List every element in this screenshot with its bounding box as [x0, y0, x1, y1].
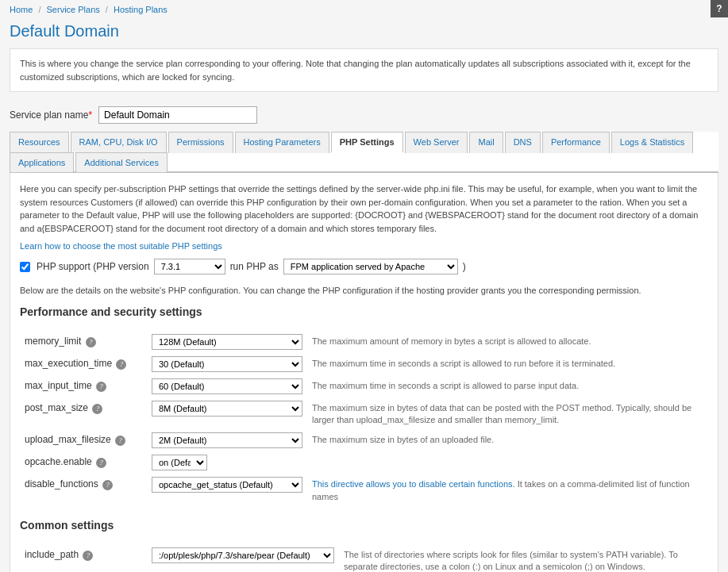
run-php-as-label: run PHP as: [230, 261, 279, 272]
table-row: disable_functions ? opcache_get_status (…: [20, 474, 708, 506]
memory-limit-select[interactable]: 128M (Default): [152, 334, 302, 350]
common-section: Common settings include_path ? :/opt/ple…: [20, 519, 708, 572]
post-max-desc: The maximum size in bytes of data that c…: [312, 403, 691, 424]
post-max-select[interactable]: 8M (Default): [152, 401, 302, 417]
content-area: Here you can specify per-subscription PH…: [10, 173, 718, 572]
table-row: memory_limit ? 128M (Default) The maximu…: [20, 331, 708, 353]
run-php-as-select[interactable]: FPM application served by Apache: [283, 259, 458, 274]
opcache-enable-select[interactable]: on (Default): [152, 455, 207, 470]
breadcrumb: Home / Service Plans / Hosting Plans: [0, 0, 728, 19]
disable-functions-select[interactable]: opcache_get_status (Default): [152, 477, 302, 493]
include-path-select[interactable]: :/opt/plesk/php/7.3/share/pear (Default): [152, 547, 334, 563]
breadcrumb-home[interactable]: Home: [10, 5, 33, 14]
service-plan-input[interactable]: [98, 106, 257, 124]
memory-limit-label: memory_limit: [25, 336, 81, 347]
php-support-checkbox[interactable]: [20, 262, 30, 272]
info-box: This is where you change the service pla…: [10, 48, 718, 92]
php-version-select[interactable]: 7.3.1: [154, 259, 225, 274]
tab-additional-services[interactable]: Additional Services: [75, 152, 168, 172]
learn-link[interactable]: Learn how to choose the most suitable PH…: [20, 241, 708, 251]
tab-resources[interactable]: Resources: [10, 132, 69, 153]
max-exec-help[interactable]: ?: [116, 359, 126, 370]
perf-settings-table: memory_limit ? 128M (Default) The maximu…: [20, 331, 708, 507]
breadcrumb-sep1: /: [38, 5, 40, 14]
common-section-title: Common settings: [20, 519, 708, 535]
tab-logs-statistics[interactable]: Logs & Statistics: [611, 132, 693, 153]
disable-functions-desc: This directive allows you to disable cer…: [312, 479, 515, 489]
table-row: upload_max_filesize ? 2M (Default) The m…: [20, 429, 708, 451]
php-description: Here you can specify per-subscription PH…: [20, 182, 708, 235]
post-max-help[interactable]: ?: [92, 404, 102, 414]
tab-permissions[interactable]: Permissions: [168, 132, 233, 153]
upload-max-select[interactable]: 2M (Default): [152, 432, 302, 448]
tab-applications[interactable]: Applications: [10, 152, 74, 172]
post-max-label: post_max_size: [25, 402, 88, 413]
page-title: Default Domain: [10, 22, 718, 40]
disable-functions-help[interactable]: ?: [102, 480, 113, 490]
max-input-select[interactable]: 60 (Default): [152, 378, 302, 394]
php-support-row: PHP support (PHP version 7.3.1 run PHP a…: [20, 259, 708, 274]
upload-max-help[interactable]: ?: [115, 436, 125, 446]
tab-hosting-parameters[interactable]: Hosting Parameters: [235, 132, 329, 153]
table-row: max_input_time ? 60 (Default) The maximu…: [20, 375, 708, 397]
breadcrumb-service-plans[interactable]: Service Plans: [47, 5, 100, 14]
max-exec-desc: The maximum time in seconds a script is …: [312, 359, 615, 368]
perf-section-title: Performance and security settings: [20, 305, 708, 321]
tab-mail[interactable]: Mail: [469, 132, 503, 153]
table-row: post_max_size ? 8M (Default) The maximum…: [20, 397, 708, 430]
tab-ram-cpu[interactable]: RAM, CPU, Disk I/O: [71, 132, 167, 153]
page-header: Default Domain: [0, 19, 728, 48]
max-exec-select[interactable]: 30 (Default): [152, 356, 302, 372]
upload-max-desc: The maximum size in bytes of an uploaded…: [312, 435, 494, 444]
include-path-desc: The list of directories where scripts lo…: [344, 550, 678, 571]
opcache-enable-help[interactable]: ?: [96, 458, 106, 468]
tab-php-settings[interactable]: PHP Settings: [331, 132, 403, 153]
help-button[interactable]: ?: [711, 0, 728, 17]
max-exec-label: max_execution_time: [25, 358, 112, 369]
memory-limit-desc: The maximum amount of memory in bytes a …: [312, 336, 591, 346]
table-row: max_execution_time ? 30 (Default) The ma…: [20, 353, 708, 375]
service-plan-row: Service plan name*: [0, 102, 728, 132]
disable-functions-label: disable_functions: [25, 478, 98, 489]
memory-limit-help[interactable]: ?: [86, 337, 96, 347]
breadcrumb-sep2: /: [106, 5, 108, 14]
info-text: This is where you change the service pla…: [20, 59, 691, 82]
upload-max-label: upload_max_filesize: [25, 434, 111, 445]
common-settings-table: include_path ? :/opt/plesk/php/7.3/share…: [20, 544, 708, 572]
max-input-label: max_input_time: [25, 380, 92, 391]
tab-performance[interactable]: Performance: [542, 132, 610, 153]
breadcrumb-hosting-plans[interactable]: Hosting Plans: [114, 5, 168, 14]
table-row: include_path ? :/opt/plesk/php/7.3/share…: [20, 544, 708, 572]
table-row: opcache.enable ? on (Default): [20, 451, 708, 474]
tab-dns[interactable]: DNS: [505, 132, 541, 153]
include-path-label: include_path: [25, 549, 79, 560]
include-path-help[interactable]: ?: [83, 551, 93, 561]
max-input-desc: The maximum time in seconds a script is …: [312, 381, 579, 390]
max-input-help[interactable]: ?: [96, 382, 106, 392]
opcache-enable-label: opcache.enable: [25, 456, 92, 467]
close-paren: ): [463, 261, 466, 272]
tab-web-server[interactable]: Web Server: [405, 132, 468, 153]
php-config-text: Below are the details on the website's P…: [20, 284, 708, 298]
php-support-label: PHP support (PHP version: [37, 261, 149, 272]
tabs-container: Resources RAM, CPU, Disk I/O Permissions…: [10, 132, 718, 173]
service-plan-label: Service plan name*: [10, 109, 92, 121]
